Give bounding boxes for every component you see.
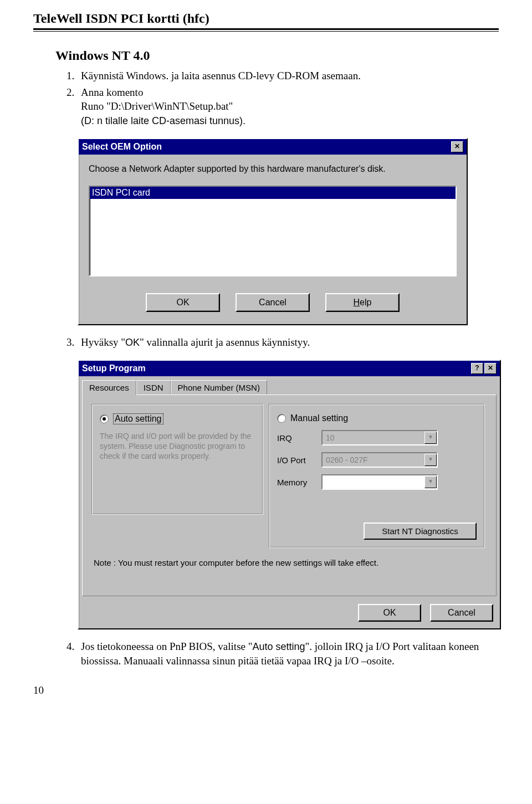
step-3-ok-literal: OK bbox=[125, 337, 140, 348]
select-oem-dialog: Select OEM Option ✕ Choose a Network Ada… bbox=[78, 138, 468, 326]
chevron-down-icon: ▼ bbox=[424, 476, 437, 488]
chevron-down-icon: ▼ bbox=[424, 432, 437, 444]
close-icon[interactable]: ✕ bbox=[451, 141, 463, 152]
step-2: 2. Anna komento Runo "D:\Driver\WinNT\Se… bbox=[66, 85, 499, 128]
dialog1-prompt: Choose a Network Adapter supported by th… bbox=[89, 163, 457, 175]
tab-panel-resources: Auto setting The IRQ and I/O port will b… bbox=[82, 395, 497, 596]
ioport-value: 0260 - 027F bbox=[326, 455, 368, 464]
tabstrip: Resources ISDN Phone Number (MSN) bbox=[82, 380, 497, 395]
cancel-button[interactable]: Cancel bbox=[236, 293, 310, 312]
step-2-text-c: (D: n tilalle laite CD-asemasi tunnus). bbox=[81, 115, 245, 126]
step-3-text-a: Hyväksy " bbox=[81, 336, 125, 348]
chevron-down-icon: ▼ bbox=[424, 454, 437, 466]
section-title: Windows NT 4.0 bbox=[55, 48, 499, 63]
ok-button[interactable]: OK bbox=[146, 293, 220, 312]
memory-label: Memory bbox=[277, 478, 321, 487]
tab-resources[interactable]: Resources bbox=[82, 380, 136, 395]
help-button[interactable]: Help bbox=[325, 293, 400, 312]
dialog1-titlebar: Select OEM Option ✕ bbox=[79, 139, 467, 155]
tab-isdn[interactable]: ISDN bbox=[136, 380, 171, 395]
manual-setting-label: Manual setting bbox=[290, 413, 348, 423]
step-4-text: Jos tietokoneessa on PnP BIOS, valitse "… bbox=[81, 639, 499, 668]
step-1: 1. Käynnistä Windows. ja laita asennus C… bbox=[66, 69, 499, 83]
header-rule bbox=[33, 28, 499, 32]
restart-note: Note : You must restart your computer be… bbox=[94, 558, 485, 567]
ioport-label: I/O Port bbox=[277, 455, 321, 465]
close-icon[interactable]: ✕ bbox=[484, 363, 497, 374]
manual-setting-radio[interactable] bbox=[277, 414, 286, 423]
dialog1-title: Select OEM Option bbox=[82, 142, 162, 152]
step-3: 3. Hyväksy "OK" valinnalla ajurit ja ase… bbox=[66, 335, 499, 350]
ok-button[interactable]: OK bbox=[358, 604, 421, 622]
page-number: 10 bbox=[33, 684, 499, 697]
irq-value: 10 bbox=[326, 433, 335, 442]
irq-combo[interactable]: 10 ▼ bbox=[321, 430, 438, 445]
manual-setting-group: Manual setting IRQ 10 ▼ I/O Port 0260 - … bbox=[269, 404, 485, 548]
auto-setting-label: Auto setting bbox=[113, 413, 163, 424]
step-3-text-b: " valinnalla ajurit ja asennus käynnisty… bbox=[140, 336, 310, 348]
irq-label: IRQ bbox=[277, 433, 321, 443]
setup-program-dialog: Setup Program ? ✕ Resources ISDN Phone N… bbox=[78, 360, 501, 629]
cancel-button[interactable]: Cancel bbox=[430, 604, 493, 622]
auto-setting-radio[interactable] bbox=[100, 414, 109, 423]
step-2-text-a: Anna komento bbox=[81, 86, 143, 98]
tab-phone-number[interactable]: Phone Number (MSN) bbox=[171, 380, 267, 395]
adapter-list-item-selected[interactable]: ISDN PCI card bbox=[90, 187, 456, 199]
ioport-combo[interactable]: 0260 - 027F ▼ bbox=[321, 452, 438, 468]
page-header-title: TeleWell ISDN PCI kortti (hfc) bbox=[33, 11, 499, 26]
step-2-text-b: Runo "D:\Driver\WinNT\Setup.bat" bbox=[81, 100, 233, 112]
help-icon[interactable]: ? bbox=[471, 363, 483, 374]
auto-setting-description: The IRQ and I/O port will be provided by… bbox=[100, 431, 255, 462]
dialog2-titlebar: Setup Program ? ✕ bbox=[79, 361, 500, 376]
auto-setting-group: Auto setting The IRQ and I/O port will b… bbox=[91, 404, 263, 515]
adapter-listbox[interactable]: ISDN PCI card bbox=[89, 186, 457, 276]
start-diagnostics-button[interactable]: Start NT Diagnostics bbox=[364, 523, 477, 540]
step-4: 4. Jos tietokoneessa on PnP BIOS, valits… bbox=[66, 639, 499, 668]
step-1-text: Käynnistä Windows. ja laita asennus CD-l… bbox=[81, 69, 499, 83]
dialog2-title: Setup Program bbox=[82, 363, 146, 373]
memory-combo[interactable]: ▼ bbox=[321, 474, 438, 490]
